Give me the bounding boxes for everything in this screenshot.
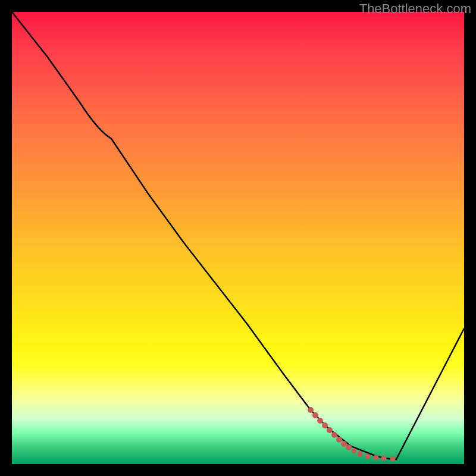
svg-point-1 (312, 412, 318, 418)
svg-point-6 (336, 437, 342, 443)
svg-point-10 (358, 452, 363, 457)
watermark-text: TheBottleneck.com (359, 1, 471, 17)
svg-point-14 (390, 456, 396, 462)
chart-svg (12, 12, 464, 464)
svg-point-7 (341, 441, 347, 447)
highlight-dots-group (308, 407, 396, 462)
svg-point-4 (327, 427, 333, 433)
svg-point-11 (365, 454, 371, 459)
chart-plot-area (12, 12, 464, 464)
svg-point-3 (322, 422, 328, 428)
svg-point-12 (374, 455, 379, 461)
svg-point-9 (352, 449, 357, 454)
svg-point-0 (308, 407, 314, 413)
svg-point-8 (346, 444, 352, 450)
bottleneck-curve-line (12, 12, 464, 459)
svg-point-2 (317, 418, 323, 424)
svg-point-13 (381, 456, 387, 461)
svg-point-5 (331, 432, 337, 438)
